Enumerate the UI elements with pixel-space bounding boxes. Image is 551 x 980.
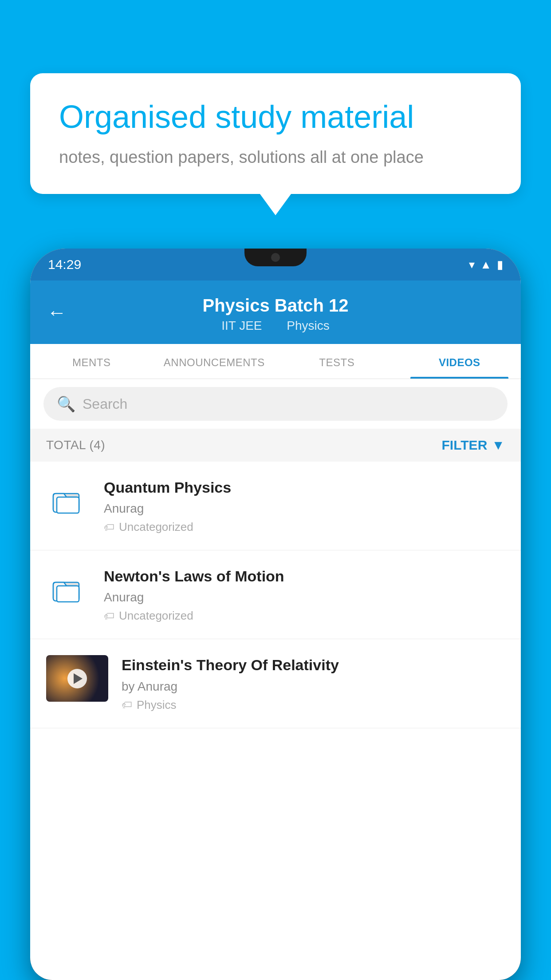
bubble-title: Organised study material [59,98,492,136]
video-list: Quantum Physics Anurag 🏷 Uncategorized [30,462,521,728]
tabs-bar: MENTS ANNOUNCEMENTS TESTS VIDEOS [30,344,521,379]
tab-announcements[interactable]: ANNOUNCEMENTS [153,344,276,379]
video-info-1: Quantum Physics Anurag 🏷 Uncategorized [104,478,505,534]
video-item-1[interactable]: Quantum Physics Anurag 🏷 Uncategorized [30,462,521,550]
signal-icon: ▲ [480,258,492,272]
search-placeholder: Search [83,396,127,412]
filter-label: FILTER [442,438,488,453]
wifi-icon: ▾ [469,258,475,272]
video-author-2: Anurag [104,590,505,605]
search-bar-container: 🔍 Search [30,379,521,429]
video-tag-3: 🏷 Physics [122,698,505,712]
tag-label-1: Uncategorized [119,520,193,534]
video-info-3: Einstein's Theory Of Relativity by Anura… [122,655,505,711]
tab-ments[interactable]: MENTS [30,344,153,379]
filter-funnel-icon: ▼ [492,438,505,453]
video-author-1: Anurag [104,502,505,516]
tab-tests[interactable]: TESTS [276,344,398,379]
video-tag-2: 🏷 Uncategorized [104,609,505,623]
status-icons: ▾ ▲ ▮ [469,258,503,272]
subtitle-physics: Physics [287,319,329,332]
battery-icon: ▮ [497,258,503,272]
video-title-3: Einstein's Theory Of Relativity [122,655,505,675]
play-button-3[interactable] [67,669,87,688]
tag-icon-2: 🏷 [104,610,114,622]
video-info-2: Newton's Laws of Motion Anurag 🏷 Uncateg… [104,566,505,623]
svg-rect-1 [57,497,79,513]
folder-icon-1 [46,478,91,522]
back-button[interactable]: ← [47,301,67,324]
tab-videos[interactable]: VIDEOS [398,344,521,379]
folder-icon-2 [46,566,91,611]
bubble-subtitle: notes, question papers, solutions all at… [59,146,492,169]
camera [271,253,280,262]
total-count-label: TOTAL (4) [46,438,105,452]
search-icon: 🔍 [57,395,75,413]
svg-rect-3 [57,586,79,602]
tag-icon-1: 🏷 [104,521,114,533]
phone-inner: 14:29 ▾ ▲ ▮ ← Physics Batch 12 IIT JEE P… [30,249,521,980]
video-thumbnail-3 [46,655,108,702]
header-subtitle: IIT JEE Physics [48,319,503,333]
tag-label-2: Uncategorized [119,609,193,623]
search-input-wrap[interactable]: 🔍 Search [43,387,508,421]
tag-label-3: Physics [137,698,177,712]
app-header: ← Physics Batch 12 IIT JEE Physics [30,281,521,344]
video-title-2: Newton's Laws of Motion [104,566,505,586]
play-triangle-icon [74,673,83,684]
video-author-3: by Anurag [122,680,505,694]
video-item-2[interactable]: Newton's Laws of Motion Anurag 🏷 Uncateg… [30,550,521,639]
tag-icon-3: 🏷 [122,699,132,711]
status-time: 14:29 [48,257,81,272]
phone-frame: 14:29 ▾ ▲ ▮ ← Physics Batch 12 IIT JEE P… [30,249,521,980]
status-bar: 14:29 ▾ ▲ ▮ [30,249,521,281]
subtitle-iitjee: IIT JEE [221,319,262,332]
video-item-3[interactable]: Einstein's Theory Of Relativity by Anura… [30,639,521,728]
filter-bar: TOTAL (4) FILTER ▼ [30,429,521,462]
filter-button[interactable]: FILTER ▼ [442,438,505,453]
notch [244,249,307,266]
video-title-1: Quantum Physics [104,478,505,497]
speech-bubble: Organised study material notes, question… [30,73,521,194]
header-title: Physics Batch 12 [48,294,503,317]
video-tag-1: 🏷 Uncategorized [104,520,505,534]
